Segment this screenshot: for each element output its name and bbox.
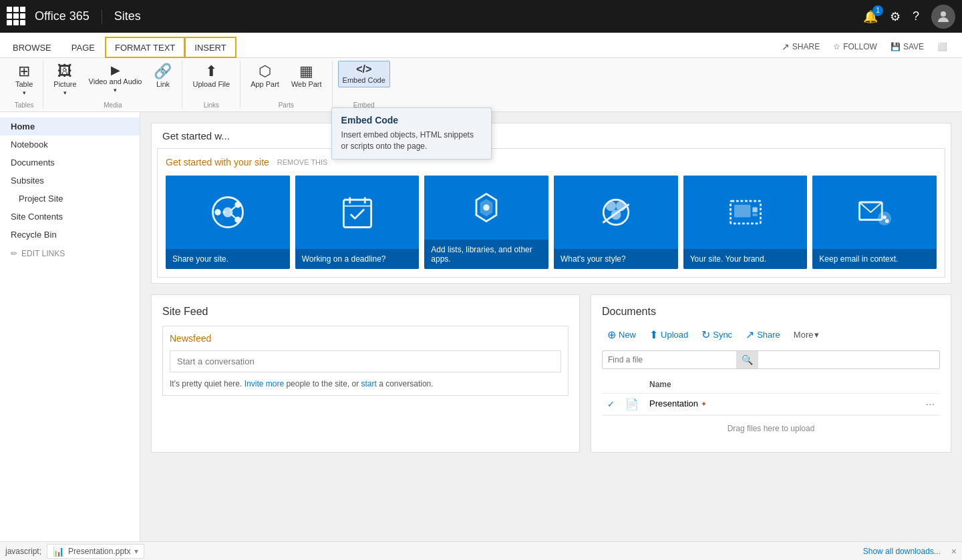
settings-icon[interactable]: ⚙ [890,9,901,24]
start-conversation-link[interactable]: start [361,379,377,388]
js-text: javascript; [5,547,41,556]
card-brand-icon-area [683,176,808,249]
get-started-section: Get started w... Get started with your s… [151,123,951,284]
card-apps-icon-area [424,176,548,240]
brand-icon [726,192,766,232]
edit-links-button[interactable]: ✏ EDIT LINKS [0,244,140,264]
conversation-input[interactable] [170,350,561,372]
card-apps[interactable]: Add lists, libraries, and other apps. [424,176,548,269]
ribbon-group-media-items: 🖼 Picture ▾ ▶ Video and Audio ▾ 🔗 Link [49,61,176,99]
doc-upload-button[interactable]: ⬆ Upload [644,326,693,344]
doc-search-input[interactable] [603,352,736,368]
picture-button[interactable]: 🖼 Picture ▾ [49,61,81,99]
doc-share-button[interactable]: ↗ Share [740,326,786,344]
tab-insert[interactable]: INSERT [184,37,236,58]
svg-point-3 [234,202,240,208]
col-file-type [620,376,644,394]
sidebar-item-site-contents[interactable]: Site Contents [0,208,140,226]
follow-button[interactable]: ☆ FOLLOW [828,39,883,54]
ribbon-group-embed-items: </> Embed Code [338,61,390,87]
ribbon-group-tables: ⊞ Table ▾ Tables [5,61,43,109]
video-audio-button[interactable]: ▶ Video and Audio ▾ [84,61,147,97]
ribbon-group-media: 🖼 Picture ▾ ▶ Video and Audio ▾ 🔗 Link M… [43,61,182,109]
sidebar-item-recycle-bin[interactable]: Recycle Bin [0,226,140,244]
ribbon-actions: ↗ SHARE ☆ FOLLOW 💾 SAVE ⬜ [776,39,959,55]
card-email[interactable]: Keep email in context. [812,176,937,269]
share-button[interactable]: ↗ SHARE [776,39,825,55]
site-feed-title: Site Feed [162,306,569,318]
main-layout: Home Notebook Documents Subsites Project… [0,112,962,542]
ribbon-group-parts: ⬡ App Part ▦ Web Part Parts [240,61,332,109]
card-apps-label: Add lists, libraries, and other apps. [424,240,548,269]
style-icon [596,192,636,232]
svg-point-4 [234,217,240,223]
apps-icon [466,188,506,228]
row-file-icon-cell: 📄 [620,394,644,415]
newsfeed-title: Newsfeed [170,333,561,344]
doc-toolbar: ⊕ New ⬆ Upload ↻ Sync ↗ Share [602,326,940,344]
embed-dropdown: Embed Code Insert embed objects, HTML sn… [331,107,492,160]
sidebar-item-project-site[interactable]: Project Site [0,190,140,208]
col-name: Name [644,376,940,394]
site-feed-panel: Site Feed Newsfeed It's pretty quiet her… [151,294,580,453]
parts-group-label: Parts [246,100,326,109]
share-doc-icon: ↗ [746,328,754,341]
doc-new-button[interactable]: ⊕ New [602,326,641,344]
deadline-icon [337,192,377,232]
card-deadline[interactable]: Working on a deadline? [295,176,420,269]
share-icon [208,192,248,232]
quiet-text: It's pretty quiet here. Invite more peop… [170,379,561,388]
maximize-button[interactable]: ⬜ [932,39,953,54]
notification-bell[interactable]: 🔔 1 [863,9,878,24]
svg-rect-23 [752,208,758,213]
sidebar-item-subsites[interactable]: Subsites [0,172,140,190]
sidebar-item-notebook[interactable]: Notebook [0,135,140,154]
status-close-button[interactable]: × [951,546,957,557]
save-button[interactable]: 💾 SAVE [885,39,929,54]
notification-badge: 1 [872,5,883,16]
card-share-icon-area [166,176,290,249]
show-downloads-link[interactable]: Show all downloads... [863,547,941,556]
card-brand[interactable]: Your site. Your brand. [683,176,808,269]
doc-more-button[interactable]: More ▾ [788,327,825,342]
get-started-inner: Get started with your site REMOVE THIS [157,148,945,278]
upload-file-button[interactable]: ⬆ Upload File [188,61,234,91]
card-deadline-icon-area [295,176,420,249]
sidebar-item-home[interactable]: Home [0,117,140,135]
doc-row-more-button[interactable]: ··· [926,398,935,410]
documents-title: Documents [602,306,940,318]
documents-panel: Documents ⊕ New ⬆ Upload ↻ Sync [591,294,951,453]
web-part-button[interactable]: ▦ Web Part [287,61,327,91]
ppt-status-icon: 📊 [53,546,64,557]
invite-more-link[interactable]: Invite more [245,379,284,388]
tab-browse[interactable]: BROWSE [3,37,61,58]
embed-code-button[interactable]: </> Embed Code [338,61,390,87]
sidebar-item-documents[interactable]: Documents [0,154,140,172]
plus-icon: ⊕ [607,328,616,341]
help-icon[interactable]: ? [913,9,919,23]
user-avatar[interactable] [931,5,955,29]
star-badge: ✦ [701,400,707,408]
link-button[interactable]: 🔗 Link [149,61,176,91]
table-button[interactable]: ⊞ Table ▾ [11,61,37,99]
main-content: Get started w... Get started with your s… [140,112,962,542]
doc-search-button[interactable]: 🔍 [736,351,758,368]
card-share[interactable]: Share your site. [166,176,290,269]
svg-point-27 [883,216,887,220]
remove-this-button[interactable]: REMOVE THIS [277,158,328,166]
file-dropdown-arrow[interactable]: ▾ [134,547,138,556]
ribbon-group-links: ⬆ Upload File Links [182,61,240,109]
embed-dropdown-desc: Insert embed objects, HTML snippets or s… [341,129,482,152]
links-group-label: Links [188,100,234,109]
app-grid-button[interactable] [7,7,27,27]
doc-table: Name ✓ 📄 Presentation ✦ ··· [602,376,940,415]
tab-format-text[interactable]: FORMAT TEXT [105,37,185,58]
media-group-label: Media [49,100,176,109]
table-row[interactable]: ✓ 📄 Presentation ✦ ··· [602,394,940,415]
app-part-button[interactable]: ⬡ App Part [246,61,284,91]
pencil-icon: ✏ [11,249,17,258]
doc-sync-button[interactable]: ↻ Sync [696,326,738,344]
tab-page[interactable]: PAGE [61,37,105,58]
card-style[interactable]: What's your style? [554,176,678,269]
row-file-name: Presentation ✦ ··· [644,394,940,415]
